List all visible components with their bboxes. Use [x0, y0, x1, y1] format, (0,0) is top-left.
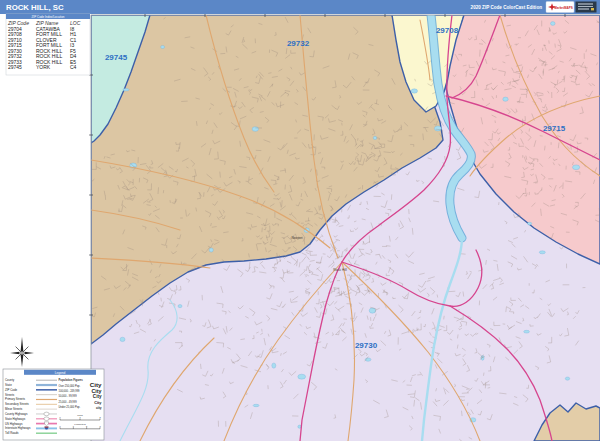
- pond: [503, 97, 508, 101]
- legend-item-label: State: [5, 383, 12, 387]
- logo-brand: MarketMAPS: [554, 6, 572, 10]
- pond: [253, 404, 259, 406]
- population-range: Under 25,000 Pop.: [59, 405, 81, 409]
- pond: [565, 377, 569, 380]
- zip-index-row-loc: C4: [70, 64, 77, 70]
- legend-item-label: Streets: [5, 393, 15, 397]
- pond: [123, 89, 129, 91]
- pond: [298, 374, 306, 379]
- pond: [369, 308, 375, 313]
- city-label: Rock Hill: [333, 268, 347, 272]
- map-canvas: Rock HillNewport 29745297322970829715297…: [90, 15, 600, 441]
- pond: [539, 251, 545, 254]
- legend-title: Legend: [55, 371, 66, 375]
- edition-label: 2020 ZIP Code ColorCast Edition: [471, 5, 543, 10]
- title-bar: ROCK HILL, SC 2020 ZIP Code ColorCast Ed…: [0, 0, 600, 14]
- population-range: 50,000 - 99,999: [59, 394, 78, 398]
- pond: [161, 46, 165, 49]
- zip-index-column: ZIP Name: [35, 20, 59, 26]
- legend-item-label: ZIP Code: [5, 388, 18, 392]
- zip-label: 29715: [543, 124, 566, 133]
- population-city-sample: City: [91, 388, 101, 394]
- zip-index-column: ZIP Code: [7, 20, 29, 26]
- population-header: Population Figures: [59, 378, 84, 382]
- legend-item-label: Minor Streets: [5, 407, 23, 411]
- highway-oval-icon: [44, 417, 49, 421]
- scale-bar-label: Kilometers: [74, 423, 86, 426]
- pond: [524, 330, 530, 333]
- zip-label: 29730: [355, 341, 378, 350]
- legend-item-label: US Highways: [5, 422, 23, 426]
- zip-index-header: ZIP Code Index/Location: [32, 15, 65, 19]
- zip-label: 29708: [436, 26, 459, 35]
- legend-item-label: Secondary Streets: [5, 402, 29, 406]
- zip-index-row-name: YORK: [36, 64, 51, 70]
- pond: [573, 165, 580, 170]
- legend-box: Legend CountyStateZIP CodeStreetsPrimary…: [3, 369, 104, 440]
- legend-item-label: Toll Roads: [5, 431, 19, 435]
- marketmaps-logo: MarketMAPS: [546, 2, 597, 13]
- highway-oval-icon: [44, 412, 49, 416]
- city-label: Newport: [291, 236, 302, 240]
- population-city-sample: city: [96, 406, 102, 410]
- population-range: 100,000 - 249,999: [59, 389, 81, 393]
- page-title: ROCK HILL, SC: [6, 3, 64, 12]
- legend-item-label: County Highways: [5, 412, 28, 416]
- legend-item-label: Interstate Highways: [5, 426, 31, 430]
- pond: [252, 127, 258, 132]
- population-city-sample: City: [94, 400, 102, 405]
- legend-item-label: State Highways: [5, 417, 26, 421]
- map-sheet: Rock HillNewport 29745297322970829715297…: [0, 0, 600, 441]
- population-range: Over 250,000 Pop.: [59, 384, 81, 388]
- pond: [551, 22, 556, 26]
- zip-label: 29732: [287, 39, 310, 48]
- zip-index-row-zip: 29745: [8, 64, 22, 70]
- zip-index-column-headers: ZIP CodeZIP NameLOC: [7, 20, 81, 26]
- zip-index-column: LOC: [70, 20, 81, 26]
- pond: [434, 126, 441, 131]
- pond: [209, 248, 213, 252]
- population-range: 25,000 - 49,999: [59, 400, 78, 404]
- legend-item-label: County: [5, 378, 15, 382]
- pond: [272, 363, 276, 368]
- zip-index-table: ZIP Code Index/Location ZIP CodeZIP Name…: [6, 14, 90, 75]
- pond: [120, 337, 125, 341]
- pond: [411, 89, 417, 93]
- pond: [178, 305, 182, 308]
- interstate-shield-top: [45, 427, 49, 428]
- pond: [527, 222, 531, 225]
- pond: [373, 136, 377, 139]
- population-city-sample: City: [93, 394, 102, 399]
- legend-item-label: Primary Streets: [5, 397, 25, 401]
- zip-label: 29745: [105, 53, 128, 62]
